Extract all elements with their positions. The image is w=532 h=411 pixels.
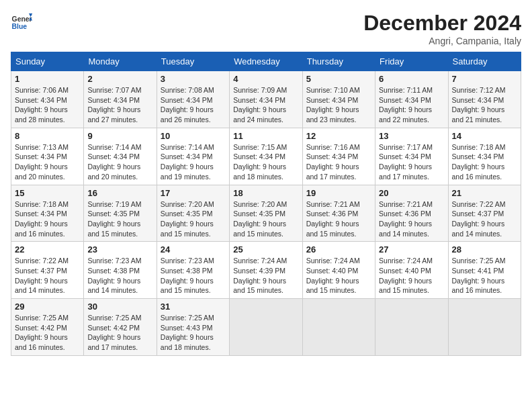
day-number: 25 [233,244,298,255]
day-number: 12 [306,131,371,141]
day-info: Sunrise: 7:15 AMSunset: 4:34 PMDaylight:… [233,142,298,182]
calendar-cell: 15Sunrise: 7:18 AMSunset: 4:34 PMDayligh… [11,185,84,242]
day-number: 28 [452,244,517,255]
day-number: 1 [15,74,80,84]
day-number: 15 [15,188,80,198]
calendar-cell: 31Sunrise: 7:25 AMSunset: 4:43 PMDayligh… [157,299,229,356]
calendar-week-5: 29Sunrise: 7:25 AMSunset: 4:42 PMDayligh… [11,299,521,356]
day-info: Sunrise: 7:25 AMSunset: 4:41 PMDaylight:… [452,256,517,295]
calendar-cell: 6Sunrise: 7:11 AMSunset: 4:34 PMDaylight… [375,71,448,128]
day-info: Sunrise: 7:11 AMSunset: 4:34 PMDaylight:… [379,85,444,125]
calendar-cell: 21Sunrise: 7:22 AMSunset: 4:37 PMDayligh… [448,185,521,242]
column-header-saturday: Saturday [448,52,521,71]
day-number: 11 [233,131,298,141]
calendar-cell: 2Sunrise: 7:07 AMSunset: 4:34 PMDaylight… [84,71,157,128]
column-header-thursday: Thursday [302,52,375,71]
calendar-week-4: 22Sunrise: 7:22 AMSunset: 4:37 PMDayligh… [11,242,521,299]
day-number: 5 [306,74,371,84]
calendar-cell: 29Sunrise: 7:25 AMSunset: 4:42 PMDayligh… [11,299,84,356]
day-number: 31 [161,302,226,312]
calendar-cell: 8Sunrise: 7:13 AMSunset: 4:34 PMDaylight… [11,128,84,185]
calendar-cell: 26Sunrise: 7:24 AMSunset: 4:40 PMDayligh… [302,242,375,299]
calendar-week-3: 15Sunrise: 7:18 AMSunset: 4:34 PMDayligh… [11,185,521,242]
column-headers: SundayMondayTuesdayWednesdayThursdayFrid… [11,52,521,71]
day-number: 13 [379,131,444,141]
day-info: Sunrise: 7:22 AMSunset: 4:37 PMDaylight:… [15,256,80,295]
calendar-cell: 16Sunrise: 7:19 AMSunset: 4:35 PMDayligh… [84,185,157,242]
logo-icon: General Blue [11,11,32,32]
calendar-cell: 14Sunrise: 7:18 AMSunset: 4:34 PMDayligh… [448,128,521,185]
calendar-cell: 4Sunrise: 7:09 AMSunset: 4:34 PMDaylight… [230,71,302,128]
day-number: 10 [161,131,226,141]
day-number: 20 [379,188,444,198]
day-number: 2 [87,74,152,84]
calendar-cell [230,299,302,356]
day-info: Sunrise: 7:12 AMSunset: 4:34 PMDaylight:… [452,85,517,125]
calendar-cell: 10Sunrise: 7:14 AMSunset: 4:34 PMDayligh… [157,128,229,185]
column-header-monday: Monday [84,52,157,71]
day-number: 16 [87,188,152,198]
column-header-tuesday: Tuesday [157,52,229,71]
calendar-cell: 17Sunrise: 7:20 AMSunset: 4:35 PMDayligh… [157,185,229,242]
calendar-cell: 23Sunrise: 7:23 AMSunset: 4:38 PMDayligh… [84,242,157,299]
title-block: December 2024 Angri, Campania, Italy [363,11,521,46]
calendar-cell: 3Sunrise: 7:08 AMSunset: 4:34 PMDaylight… [157,71,229,128]
calendar-cell: 20Sunrise: 7:21 AMSunset: 4:36 PMDayligh… [375,185,448,242]
day-number: 19 [306,188,371,198]
calendar-cell: 24Sunrise: 7:23 AMSunset: 4:38 PMDayligh… [157,242,229,299]
day-info: Sunrise: 7:08 AMSunset: 4:34 PMDaylight:… [161,85,226,125]
day-info: Sunrise: 7:23 AMSunset: 4:38 PMDaylight:… [161,256,226,295]
calendar-cell: 22Sunrise: 7:22 AMSunset: 4:37 PMDayligh… [11,242,84,299]
calendar-cell: 5Sunrise: 7:10 AMSunset: 4:34 PMDaylight… [302,71,375,128]
column-header-friday: Friday [375,52,448,71]
day-info: Sunrise: 7:24 AMSunset: 4:39 PMDaylight:… [233,256,298,295]
calendar-cell: 7Sunrise: 7:12 AMSunset: 4:34 PMDaylight… [448,71,521,128]
day-number: 29 [15,302,80,312]
calendar-cell: 12Sunrise: 7:16 AMSunset: 4:34 PMDayligh… [302,128,375,185]
day-info: Sunrise: 7:22 AMSunset: 4:37 PMDaylight:… [452,199,517,239]
day-number: 7 [452,74,517,84]
day-info: Sunrise: 7:25 AMSunset: 4:43 PMDaylight:… [161,313,226,353]
calendar-cell: 13Sunrise: 7:17 AMSunset: 4:34 PMDayligh… [375,128,448,185]
calendar-cell: 1Sunrise: 7:06 AMSunset: 4:34 PMDaylight… [11,71,84,128]
day-number: 22 [15,244,80,255]
day-number: 8 [15,131,80,141]
day-info: Sunrise: 7:24 AMSunset: 4:40 PMDaylight:… [379,256,444,295]
day-info: Sunrise: 7:18 AMSunset: 4:34 PMDaylight:… [452,142,517,182]
day-info: Sunrise: 7:20 AMSunset: 4:35 PMDaylight:… [161,199,226,239]
day-info: Sunrise: 7:13 AMSunset: 4:34 PMDaylight:… [15,142,80,182]
calendar-table: SundayMondayTuesdayWednesdayThursdayFrid… [11,52,521,356]
day-info: Sunrise: 7:21 AMSunset: 4:36 PMDaylight:… [379,199,444,239]
day-info: Sunrise: 7:19 AMSunset: 4:35 PMDaylight:… [87,199,152,239]
calendar-cell: 25Sunrise: 7:24 AMSunset: 4:39 PMDayligh… [230,242,302,299]
day-number: 21 [452,188,517,198]
calendar-week-2: 8Sunrise: 7:13 AMSunset: 4:34 PMDaylight… [11,128,521,185]
day-info: Sunrise: 7:10 AMSunset: 4:34 PMDaylight:… [306,85,371,125]
calendar-cell: 19Sunrise: 7:21 AMSunset: 4:36 PMDayligh… [302,185,375,242]
calendar-cell: 30Sunrise: 7:25 AMSunset: 4:42 PMDayligh… [84,299,157,356]
page-header: General Blue December 2024 Angri, Campan… [11,11,521,46]
day-info: Sunrise: 7:16 AMSunset: 4:34 PMDaylight:… [306,142,371,182]
day-number: 3 [161,74,226,84]
day-number: 30 [87,302,152,312]
day-info: Sunrise: 7:17 AMSunset: 4:34 PMDaylight:… [379,142,444,182]
svg-text:Blue: Blue [12,23,28,30]
day-number: 26 [306,244,371,255]
day-number: 24 [161,244,226,255]
svg-text:General: General [12,15,32,23]
day-info: Sunrise: 7:09 AMSunset: 4:34 PMDaylight:… [233,85,298,125]
day-number: 18 [233,188,298,198]
calendar-cell: 9Sunrise: 7:14 AMSunset: 4:34 PMDaylight… [84,128,157,185]
day-info: Sunrise: 7:23 AMSunset: 4:38 PMDaylight:… [87,256,152,295]
day-info: Sunrise: 7:06 AMSunset: 4:34 PMDaylight:… [15,85,80,125]
day-info: Sunrise: 7:25 AMSunset: 4:42 PMDaylight:… [87,313,152,353]
calendar-cell [448,299,521,356]
day-info: Sunrise: 7:21 AMSunset: 4:36 PMDaylight:… [306,199,371,239]
day-info: Sunrise: 7:20 AMSunset: 4:35 PMDaylight:… [233,199,298,239]
day-number: 17 [161,188,226,198]
day-info: Sunrise: 7:24 AMSunset: 4:40 PMDaylight:… [306,256,371,295]
day-number: 27 [379,244,444,255]
day-number: 4 [233,74,298,84]
day-info: Sunrise: 7:14 AMSunset: 4:34 PMDaylight:… [161,142,226,182]
day-number: 9 [87,131,152,141]
